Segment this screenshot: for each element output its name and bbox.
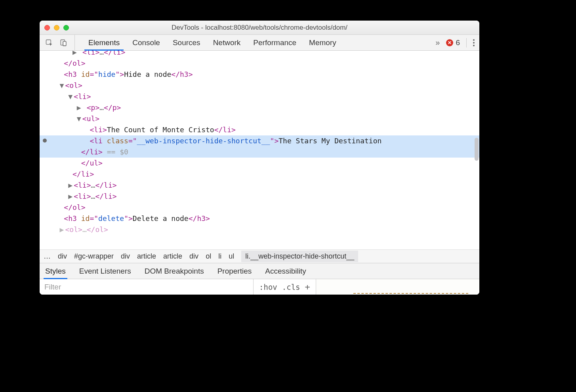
dom-row[interactable]: <li>The Count of Monte Cristo</li> xyxy=(40,124,479,135)
crumb[interactable]: div xyxy=(121,252,130,261)
crumb[interactable]: ul xyxy=(229,252,234,261)
device-toggle-icon[interactable] xyxy=(59,39,67,47)
window-title: DevTools - localhost:8080/web/tools/chro… xyxy=(40,24,479,32)
styles-filter-input[interactable] xyxy=(40,279,254,295)
dom-row[interactable]: </ol> xyxy=(40,58,479,69)
dom-row[interactable]: ▶<ol>…</ol> xyxy=(40,224,479,235)
tab-performance[interactable]: Performance xyxy=(247,35,303,50)
dom-row[interactable]: ▶<li>…</li> xyxy=(40,191,479,202)
dom-row[interactable]: ▼<ul> xyxy=(40,113,479,124)
margin-box-fragment xyxy=(353,293,468,295)
devtools-window: DevTools - localhost:8080/web/tools/chro… xyxy=(40,21,479,295)
new-style-rule-icon[interactable]: + xyxy=(305,282,310,292)
tab-dom-breakpoints[interactable]: DOM Breakpoints xyxy=(145,263,204,279)
dom-row[interactable]: </ol> xyxy=(40,202,479,213)
inspect-icon[interactable] xyxy=(45,39,53,47)
error-count: 6 xyxy=(456,38,460,47)
dom-breadcrumb: … div #gc-wrapper div article article di… xyxy=(40,249,479,263)
titlebar: DevTools - localhost:8080/web/tools/chro… xyxy=(40,21,479,35)
tab-properties[interactable]: Properties xyxy=(217,263,252,279)
crumb[interactable]: article xyxy=(163,252,182,261)
minimize-window-icon[interactable] xyxy=(54,25,59,30)
crumb[interactable]: article xyxy=(137,252,156,261)
traffic-lights xyxy=(44,25,69,30)
dom-row[interactable]: ▶<li>…</li> xyxy=(40,180,479,191)
crumb[interactable]: div xyxy=(189,252,198,261)
tab-accessibility[interactable]: Accessibility xyxy=(265,263,306,279)
tab-elements[interactable]: Elements xyxy=(82,35,126,50)
svg-rect-2 xyxy=(63,41,66,46)
dom-row[interactable]: </li> xyxy=(40,169,479,180)
zoom-window-icon[interactable] xyxy=(63,25,69,30)
error-icon: ✕ xyxy=(446,39,453,46)
dom-row[interactable]: </ul> xyxy=(40,158,479,169)
crumb-ellipsis[interactable]: … xyxy=(44,252,51,261)
dom-row[interactable]: ▼<li> xyxy=(40,91,479,102)
error-count-badge[interactable]: ✕ 6 xyxy=(446,38,460,47)
divider xyxy=(466,38,467,48)
main-toolbar: Elements Console Sources Network Perform… xyxy=(40,35,479,51)
dom-row[interactable]: ▼<ol> xyxy=(40,80,479,91)
styles-filter-bar: :hov .cls + xyxy=(40,279,479,295)
crumb-selected[interactable]: li.__web-inspector-hide-shortcut__ xyxy=(241,251,358,262)
hov-toggle[interactable]: :hov xyxy=(259,283,277,291)
tab-console[interactable]: Console xyxy=(126,35,166,50)
crumb[interactable]: ol xyxy=(206,252,211,261)
cls-toggle[interactable]: .cls xyxy=(282,283,300,291)
crumb[interactable]: div xyxy=(58,252,67,261)
dom-row[interactable]: ▶ <p>…</p> xyxy=(40,102,479,113)
dom-row[interactable]: <h3 id="hide">Hide a node</h3> xyxy=(40,69,479,80)
crumb[interactable]: li xyxy=(218,252,221,261)
styles-panel-tabs: Styles Event Listeners DOM Breakpoints P… xyxy=(40,263,479,279)
elements-dom-tree[interactable]: ▶ <li>…</li> </ol> <h3 id="hide">Hide a … xyxy=(40,51,479,249)
tab-sources[interactable]: Sources xyxy=(166,35,207,50)
dom-row[interactable]: <h3 id="delete">Delete a node</h3> xyxy=(40,213,479,224)
selected-node[interactable]: <li class="__web-inspector-hide-shortcut… xyxy=(40,135,479,158)
scrollbar-thumb[interactable] xyxy=(475,138,479,161)
settings-menu-icon[interactable] xyxy=(473,39,475,46)
box-model-area xyxy=(316,279,479,295)
tab-styles[interactable]: Styles xyxy=(45,263,66,279)
more-panels-icon[interactable]: » xyxy=(435,38,440,47)
dom-row[interactable]: ▶ <li>…</li> xyxy=(40,51,479,58)
tab-network[interactable]: Network xyxy=(207,35,247,50)
tab-event-listeners[interactable]: Event Listeners xyxy=(79,263,131,279)
hidden-node-indicator-icon xyxy=(43,139,47,143)
crumb[interactable]: #gc-wrapper xyxy=(74,252,114,261)
panel-tabs: Elements Console Sources Network Perform… xyxy=(82,35,343,50)
tab-memory[interactable]: Memory xyxy=(303,35,343,50)
close-window-icon[interactable] xyxy=(44,25,50,30)
